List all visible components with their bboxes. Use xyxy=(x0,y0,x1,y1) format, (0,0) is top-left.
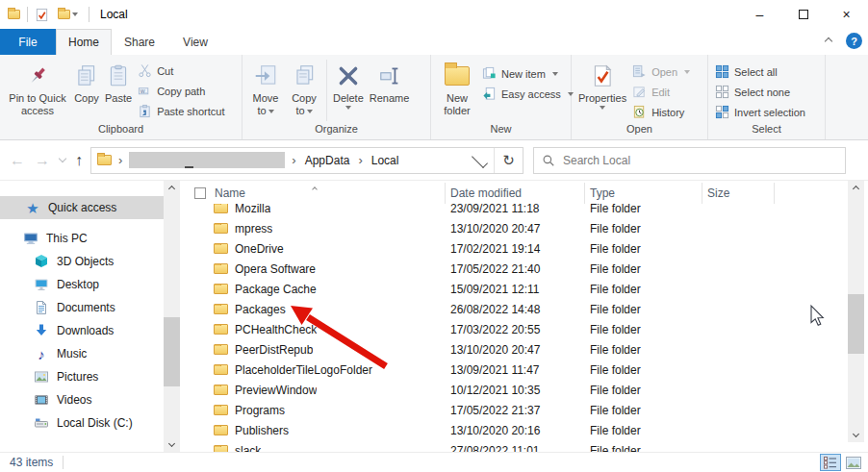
sidebar-item-3d-objects[interactable]: 3D Objects xyxy=(0,250,164,273)
help-button[interactable]: ? xyxy=(846,33,862,49)
edit-button[interactable]: Edit xyxy=(629,82,693,102)
file-row[interactable]: OneDrive17/02/2021 19:14File folder xyxy=(188,238,848,259)
back-icon[interactable]: ← xyxy=(10,153,25,168)
ribbon-tab-bar: File Home Share View xyxy=(0,29,868,55)
maximize-button[interactable] xyxy=(781,0,825,29)
breadcrumb-appdata[interactable]: AppData xyxy=(303,154,352,167)
sidebar-item-pictures[interactable]: Pictures xyxy=(0,365,164,388)
properties-button[interactable]: Properties xyxy=(575,58,629,112)
group-label-organize: Organize xyxy=(243,123,430,139)
pictures-icon xyxy=(34,369,49,385)
list-header: Name Date modified Type Size xyxy=(188,183,848,204)
delete-icon xyxy=(336,60,361,92)
copy-button[interactable]: Copy xyxy=(71,58,102,107)
file-row[interactable]: PlaceholderTileLogoFolder13/09/2021 11:4… xyxy=(188,360,848,380)
search-box[interactable] xyxy=(533,147,846,174)
main-content: ★ Quick access This PC 3D Objects Deskto… xyxy=(0,181,868,452)
folder-icon xyxy=(214,243,228,254)
refresh-button[interactable]: ↻ xyxy=(494,148,523,173)
scroll-down-icon[interactable] xyxy=(164,435,180,452)
delete-button[interactable]: Delete xyxy=(330,58,367,112)
search-input[interactable] xyxy=(563,154,837,167)
qat-properties-icon[interactable] xyxy=(35,8,49,22)
documents-icon xyxy=(34,300,49,315)
sidebar-scrollbar-thumb[interactable] xyxy=(164,317,180,386)
copy-path-button[interactable]: W.. Copy path xyxy=(135,81,227,101)
tab-share[interactable]: Share xyxy=(112,29,167,55)
address-bar[interactable]: › › AppData › Local ↻ xyxy=(90,147,523,174)
list-scrollbar[interactable] xyxy=(848,181,864,442)
sidebar-item-quick-access[interactable]: ★ Quick access xyxy=(0,196,164,219)
qat-customize-caret[interactable] xyxy=(72,12,78,16)
file-row[interactable]: Package Cache15/09/2021 12:11File folder xyxy=(188,279,848,299)
minimize-button[interactable]: – xyxy=(738,0,781,29)
new-item-button[interactable]: New item xyxy=(479,63,576,84)
select-all-checkbox[interactable] xyxy=(194,187,206,199)
file-row[interactable]: Programs17/05/2022 21:37File folder xyxy=(188,400,848,420)
downloads-icon xyxy=(34,323,49,338)
group-label-clipboard: Clipboard xyxy=(0,123,242,139)
file-row[interactable]: slack27/08/2022 11:01File folder xyxy=(188,440,848,452)
address-dropdown-chevron-icon[interactable] xyxy=(472,152,488,168)
scroll-up-icon[interactable] xyxy=(164,181,180,197)
file-row[interactable]: PeerDistRepub13/10/2020 20:47File folder xyxy=(188,339,848,360)
breadcrumb-redacted-segment[interactable] xyxy=(129,152,285,168)
tab-file[interactable]: File xyxy=(0,29,56,55)
tab-home[interactable]: Home xyxy=(56,29,112,55)
up-icon[interactable]: ↑ xyxy=(75,153,83,168)
copy-to-button[interactable]: Copy to xyxy=(285,58,323,119)
file-row-packages[interactable]: Packages26/08/2022 14:48File folder xyxy=(188,299,848,319)
pin-to-quick-access-button[interactable]: Pin to Quick access xyxy=(4,58,71,119)
easy-access-button[interactable]: Easy access xyxy=(479,84,576,104)
tab-view[interactable]: View xyxy=(167,29,223,55)
sidebar-item-this-pc[interactable]: This PC xyxy=(0,227,164,250)
collapse-ribbon-icon[interactable] xyxy=(821,34,836,49)
file-row[interactable]: Mozilla23/09/2021 11:18File folder xyxy=(188,204,848,218)
new-folder-button[interactable]: New folder xyxy=(435,58,479,119)
sidebar-item-desktop[interactable]: Desktop xyxy=(0,273,164,296)
breadcrumb-local[interactable]: Local xyxy=(370,154,401,167)
sidebar-item-downloads[interactable]: Downloads xyxy=(0,319,164,342)
select-none-button[interactable]: Select none xyxy=(712,82,808,102)
column-header-type[interactable]: Type xyxy=(585,183,702,204)
sidebar-item-music[interactable]: ♪ Music xyxy=(0,342,164,365)
select-all-button[interactable]: Select all xyxy=(712,62,808,82)
file-row[interactable]: Opera Software17/05/2022 21:40File folde… xyxy=(188,259,848,279)
folder-icon xyxy=(214,445,228,452)
qat-new-folder-icon[interactable] xyxy=(58,10,70,19)
file-row[interactable]: mpress13/10/2020 20:47File folder xyxy=(188,218,848,238)
file-row[interactable]: PCHealthCheck17/03/2022 20:55File folder xyxy=(188,319,848,339)
sidebar-scrollbar[interactable] xyxy=(164,181,180,452)
file-row[interactable]: Publishers13/10/2020 20:16File folder xyxy=(188,420,848,440)
file-row[interactable]: PreviewWindow10/12/2021 10:35File folder xyxy=(188,380,848,400)
scroll-up-icon[interactable] xyxy=(848,181,864,197)
column-header-name[interactable]: Name xyxy=(188,183,446,204)
rename-button[interactable]: Rename xyxy=(367,58,413,107)
move-to-button[interactable]: Move to xyxy=(246,58,285,119)
column-header-size[interactable]: Size xyxy=(702,183,775,204)
sidebar-item-local-disk-c[interactable]: Local Disk (C:) xyxy=(0,411,164,435)
folder-icon xyxy=(214,324,228,335)
forward-icon[interactable]: → xyxy=(35,153,50,168)
statusbar-separator xyxy=(63,456,64,469)
list-scrollbar-thumb[interactable] xyxy=(848,294,864,354)
copy-icon xyxy=(74,60,99,92)
folder-icon xyxy=(214,223,228,234)
sidebar-item-videos[interactable]: Videos xyxy=(0,388,164,411)
invert-selection-button[interactable]: Invert selection xyxy=(712,102,808,122)
sidebar-item-documents[interactable]: Documents xyxy=(0,296,164,319)
recent-locations-chevron-icon[interactable] xyxy=(59,155,66,162)
details-view-button[interactable] xyxy=(820,454,841,471)
breadcrumb-separator: › xyxy=(114,153,127,167)
open-button[interactable]: Open xyxy=(629,62,693,82)
new-item-caret xyxy=(552,72,558,76)
column-header-date-modified[interactable]: Date modified xyxy=(446,183,585,204)
close-button[interactable]: × xyxy=(825,0,868,29)
thumbnail-view-button[interactable] xyxy=(843,454,864,471)
paste-shortcut-button[interactable]: Paste shortcut xyxy=(135,101,227,121)
paste-button[interactable]: Paste xyxy=(102,58,135,107)
cut-button[interactable]: Cut xyxy=(135,61,227,81)
scroll-down-icon[interactable] xyxy=(848,426,864,442)
history-button[interactable]: History xyxy=(629,102,693,122)
group-label-select: Select xyxy=(708,123,825,139)
